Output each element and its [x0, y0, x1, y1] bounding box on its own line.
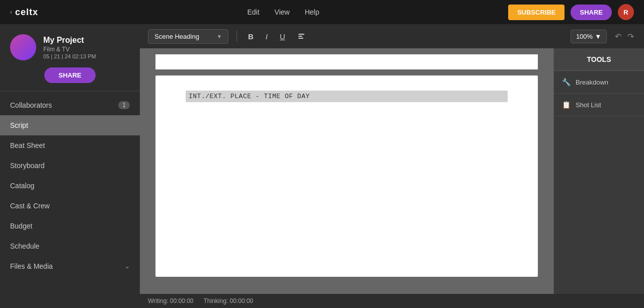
style-dropdown[interactable]: Scene Heading ▼ [148, 29, 228, 44]
sidebar-item-budget[interactable]: Budget [0, 216, 140, 236]
thinking-label: Thinking: [204, 297, 228, 304]
tools-item-breakdown[interactable]: 🔧 Breakdown [554, 71, 644, 94]
nav-right: SUBSCRIBE SHARE R [508, 4, 634, 20]
format-icon [297, 32, 305, 40]
svg-rect-0 [298, 34, 304, 35]
thinking-time: 00:00:00 [230, 297, 254, 304]
writing-time: 00:00:00 [170, 297, 194, 304]
nav-help[interactable]: Help [305, 8, 319, 16]
sidebar-item-label-schedule: Schedule [10, 242, 39, 250]
sidebar-item-catalog[interactable]: Catalog [0, 176, 140, 196]
sidebar-item-label-catalog: Catalog [10, 182, 34, 190]
sidebar-item-label-files-media: Files & Media [10, 262, 53, 270]
sidebar-item-label-beatsheet: Beat Sheet [10, 141, 45, 149]
underline-button[interactable]: U [277, 30, 288, 43]
main-layout: My Project Film & TV 05 | 21 | 24 02:13 … [0, 24, 644, 308]
svg-rect-2 [298, 38, 303, 39]
sidebar-item-schedule[interactable]: Schedule [0, 236, 140, 256]
project-details: My Project Film & TV 05 | 21 | 24 02:13 … [43, 36, 130, 59]
bold-button[interactable]: B [245, 30, 257, 43]
scene-heading-text[interactable]: INT./EXT. PLACE - TIME OF DAY [186, 91, 508, 102]
writing-status: Writing: 00:00:00 [148, 297, 194, 304]
toolbar-divider [236, 30, 237, 42]
breakdown-icon: 🔧 [562, 78, 571, 86]
script-page-content[interactable]: INT./EXT. PLACE - TIME OF DAY [155, 75, 538, 277]
tools-header: TOOLS [554, 48, 644, 71]
dropdown-chevron-icon: ▼ [217, 34, 222, 39]
sidebar-nav: Collaborators 1 Script Beat Sheet Storyb… [0, 91, 140, 308]
back-chevron-icon[interactable]: ‹ [10, 9, 12, 16]
sidebar: My Project Film & TV 05 | 21 | 24 02:13 … [0, 24, 140, 308]
zoom-level: 100% [576, 33, 593, 40]
tools-item-shotlist[interactable]: 📋 Shot List [554, 94, 644, 116]
sidebar-item-storyboard[interactable]: Storyboard [0, 156, 140, 176]
script-page[interactable]: INT./EXT. PLACE - TIME OF DAY [155, 75, 538, 277]
nav-edit[interactable]: Edit [247, 8, 259, 16]
subscribe-button[interactable]: SUBSCRIBE [508, 5, 565, 20]
share-button-top[interactable]: SHARE [571, 5, 612, 20]
sidebar-item-collaborators[interactable]: Collaborators 1 [0, 95, 140, 115]
top-nav: ‹ celtx Edit View Help SUBSCRIBE SHARE R [0, 0, 644, 24]
tools-item-label-breakdown: Breakdown [576, 79, 608, 86]
toolbar: Scene Heading ▼ B I U 100 [140, 24, 644, 48]
sidebar-item-beatsheet[interactable]: Beat Sheet [0, 135, 140, 156]
expand-icon: ⌄ [125, 263, 130, 270]
zoom-chevron-icon: ▼ [595, 33, 601, 40]
project-name: My Project [43, 36, 130, 45]
sidebar-item-label-collaborators: Collaborators [10, 101, 52, 109]
nav-view[interactable]: View [275, 8, 290, 16]
sidebar-item-label-script: Script [10, 121, 28, 129]
sidebar-item-script[interactable]: Script [0, 115, 140, 135]
project-info: My Project Film & TV 05 | 21 | 24 02:13 … [10, 34, 130, 60]
sidebar-item-files-media[interactable]: Files & Media ⌄ [0, 256, 140, 276]
project-type: Film & TV [43, 46, 130, 53]
thinking-status: Thinking: 00:00:00 [204, 297, 254, 304]
sidebar-item-label-budget: Budget [10, 222, 32, 230]
sidebar-item-label-cast-crew: Cast & Crew [10, 202, 50, 210]
tools-panel: TOOLS 🔧 Breakdown 📋 Shot List [553, 48, 644, 294]
shotlist-icon: 📋 [562, 101, 571, 109]
collaborators-badge: 1 [118, 101, 130, 109]
sidebar-item-label-storyboard: Storyboard [10, 162, 44, 170]
svg-rect-1 [298, 36, 302, 37]
logo-text: celtx [15, 7, 38, 18]
undo-button[interactable]: ↶ [613, 30, 623, 43]
nav-links: Edit View Help [58, 8, 508, 16]
zoom-control[interactable]: 100% ▼ [571, 30, 607, 43]
content-area: Scene Heading ▼ B I U 100 [140, 24, 644, 308]
sidebar-item-cast-crew[interactable]: Cast & Crew [0, 196, 140, 216]
style-dropdown-label: Scene Heading [154, 33, 199, 40]
editor-wrapper: INT./EXT. PLACE - TIME OF DAY TOOLS 🔧 Br… [140, 48, 644, 294]
logo-area[interactable]: ‹ celtx [10, 7, 38, 18]
script-area[interactable]: INT./EXT. PLACE - TIME OF DAY [140, 48, 553, 294]
project-date: 05 | 21 | 24 02:13 PM [43, 53, 130, 59]
share-button-sidebar[interactable]: SHARE [44, 67, 96, 83]
tools-item-label-shotlist: Shot List [576, 101, 601, 109]
user-avatar[interactable]: R [618, 4, 634, 20]
page-top-bar [155, 54, 538, 69]
project-avatar [10, 34, 36, 60]
italic-button[interactable]: I [263, 30, 271, 43]
format-button[interactable] [294, 30, 308, 43]
undo-redo: ↶ ↷ [613, 30, 636, 43]
project-section: My Project Film & TV 05 | 21 | 24 02:13 … [0, 24, 140, 91]
status-bar: Writing: 00:00:00 Thinking: 00:00:00 [140, 294, 644, 308]
writing-label: Writing: [148, 297, 168, 304]
redo-button[interactable]: ↷ [625, 30, 636, 43]
